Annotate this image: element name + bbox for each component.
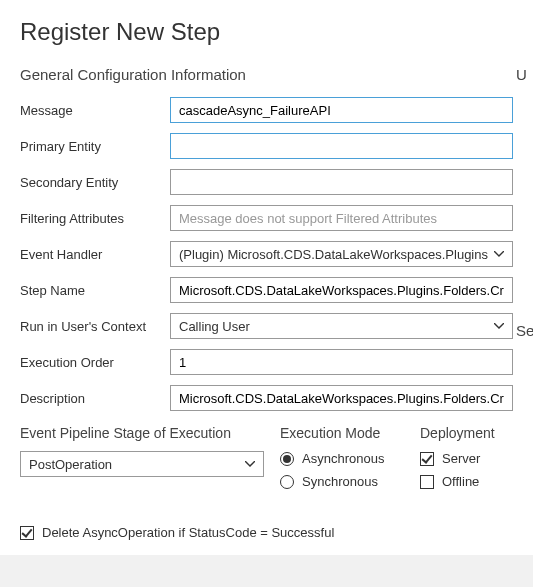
execution-order-label: Execution Order: [20, 355, 170, 370]
pipeline-stage-select[interactable]: PostOperation: [20, 451, 264, 477]
execution-mode-async-label: Asynchronous: [302, 451, 384, 466]
execution-mode-sync-label: Synchronous: [302, 474, 378, 489]
filtering-attributes-input[interactable]: [170, 205, 513, 231]
message-label: Message: [20, 103, 170, 118]
message-input[interactable]: [170, 97, 513, 123]
chevron-down-icon: [494, 323, 504, 329]
execution-order-input[interactable]: [170, 349, 513, 375]
deployment-offline-option[interactable]: Offline: [420, 474, 513, 489]
deployment-title: Deployment: [420, 425, 513, 441]
deployment-server-option[interactable]: Server: [420, 451, 513, 466]
execution-mode-title: Execution Mode: [280, 425, 410, 441]
run-in-user-value: Calling User: [179, 319, 250, 334]
general-section-title: General Configuration Information: [20, 66, 513, 83]
event-handler-label: Event Handler: [20, 247, 170, 262]
description-label: Description: [20, 391, 170, 406]
pipeline-stage-value: PostOperation: [29, 457, 112, 472]
pipeline-title: Event Pipeline Stage of Execution: [20, 425, 270, 441]
footer-bar: [0, 555, 533, 587]
checkbox-icon: [420, 475, 434, 489]
page-title: Register New Step: [20, 18, 513, 46]
deployment-offline-label: Offline: [442, 474, 479, 489]
right-panel-fragment-top: U: [516, 66, 527, 83]
description-input[interactable]: [170, 385, 513, 411]
deployment-server-label: Server: [442, 451, 480, 466]
checkbox-icon: [20, 526, 34, 540]
right-panel-fragment-mid: Se: [516, 322, 533, 339]
event-handler-value: (Plugin) Microsoft.CDS.DataLakeWorkspace…: [179, 247, 488, 262]
execution-mode-sync-option[interactable]: Synchronous: [280, 474, 410, 489]
delete-async-label: Delete AsyncOperation if StatusCode = Su…: [42, 525, 334, 540]
delete-async-option[interactable]: Delete AsyncOperation if StatusCode = Su…: [20, 525, 513, 540]
chevron-down-icon: [494, 251, 504, 257]
secondary-entity-label: Secondary Entity: [20, 175, 170, 190]
run-in-user-select[interactable]: Calling User: [170, 313, 513, 339]
radio-icon: [280, 452, 294, 466]
secondary-entity-input[interactable]: [170, 169, 513, 195]
primary-entity-input[interactable]: [170, 133, 513, 159]
radio-icon: [280, 475, 294, 489]
checkbox-icon: [420, 452, 434, 466]
chevron-down-icon: [245, 461, 255, 467]
step-name-input[interactable]: [170, 277, 513, 303]
filtering-attributes-label: Filtering Attributes: [20, 211, 170, 226]
step-name-label: Step Name: [20, 283, 170, 298]
primary-entity-label: Primary Entity: [20, 139, 170, 154]
event-handler-select[interactable]: (Plugin) Microsoft.CDS.DataLakeWorkspace…: [170, 241, 513, 267]
run-in-user-label: Run in User's Context: [20, 319, 170, 334]
execution-mode-async-option[interactable]: Asynchronous: [280, 451, 410, 466]
